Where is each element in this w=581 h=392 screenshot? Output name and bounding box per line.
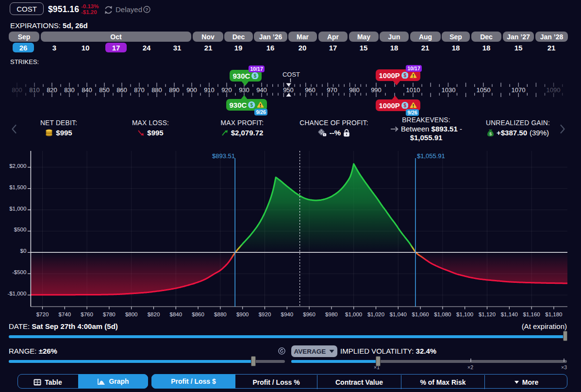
- svg-text:850: 850: [99, 86, 110, 94]
- svg-text:$1,040: $1,040: [390, 311, 407, 317]
- svg-text:$1,060: $1,060: [412, 311, 429, 317]
- svg-text:970: 970: [327, 86, 337, 94]
- svg-text:1070: 1070: [512, 86, 526, 94]
- svg-text:900: 900: [186, 86, 197, 94]
- svg-text:$740: $740: [59, 311, 71, 317]
- svg-text:920: 920: [221, 86, 232, 94]
- svg-text:860: 860: [116, 86, 127, 94]
- svg-text:$1,000: $1,000: [9, 206, 26, 212]
- svg-text:890: 890: [169, 86, 180, 94]
- svg-text:$1,020: $1,020: [367, 311, 384, 317]
- svg-text:$1,080: $1,080: [434, 311, 451, 317]
- svg-text:$500: $500: [14, 227, 27, 232]
- svg-text:$720: $720: [36, 311, 49, 317]
- svg-text:$2,000: $2,000: [9, 163, 26, 169]
- svg-text:800: 800: [12, 86, 22, 94]
- svg-text:980: 980: [349, 86, 360, 94]
- svg-text:$800: $800: [125, 311, 138, 317]
- svg-text:-$500: -$500: [12, 269, 26, 275]
- svg-text:$1,160: $1,160: [523, 311, 540, 317]
- svg-text:COST: COST: [282, 71, 300, 78]
- svg-text:$980: $980: [325, 311, 338, 317]
- svg-text:$: $: [403, 103, 406, 108]
- svg-text:$1,120: $1,120: [479, 311, 496, 317]
- svg-text:$880: $880: [214, 311, 227, 317]
- svg-text:810: 810: [29, 86, 40, 94]
- svg-text:990: 990: [371, 86, 382, 94]
- svg-text:$: $: [403, 73, 406, 78]
- svg-text:$1,055.91: $1,055.91: [417, 152, 445, 160]
- svg-text:$1,100: $1,100: [456, 311, 473, 317]
- svg-text:$1,500: $1,500: [9, 184, 26, 190]
- svg-text:1090: 1090: [547, 86, 561, 94]
- svg-text:$: $: [254, 73, 257, 79]
- svg-text:940: 940: [256, 86, 267, 94]
- svg-text:$960: $960: [303, 311, 315, 317]
- svg-text:960: 960: [305, 86, 315, 94]
- svg-text:930: 930: [239, 86, 249, 94]
- svg-text:$1,140: $1,140: [501, 311, 518, 317]
- svg-text:840: 840: [82, 86, 92, 94]
- svg-text:830: 830: [64, 86, 75, 94]
- svg-text:$1,000: $1,000: [345, 311, 362, 317]
- svg-text:$: $: [489, 131, 492, 136]
- svg-text:880: 880: [151, 86, 162, 94]
- svg-text:950: 950: [283, 86, 294, 94]
- svg-text:$940: $940: [281, 311, 294, 317]
- svg-text:870: 870: [134, 86, 145, 94]
- svg-text:1030: 1030: [442, 86, 456, 94]
- svg-text:$840: $840: [170, 311, 183, 317]
- svg-text:1010: 1010: [406, 86, 420, 94]
- svg-text:1050: 1050: [477, 86, 491, 94]
- svg-text:$820: $820: [148, 311, 160, 317]
- svg-text:$760: $760: [81, 311, 93, 317]
- svg-text:$: $: [250, 102, 253, 108]
- svg-text:$920: $920: [259, 311, 271, 317]
- svg-text:$1,180: $1,180: [545, 311, 562, 317]
- svg-text:-$1,000: -$1,000: [7, 291, 26, 296]
- svg-text:$900: $900: [236, 311, 249, 317]
- svg-text:$780: $780: [103, 311, 116, 317]
- svg-text:$860: $860: [192, 311, 204, 317]
- svg-text:$0: $0: [20, 248, 27, 254]
- svg-text:820: 820: [47, 86, 57, 94]
- svg-text:910: 910: [204, 86, 215, 94]
- svg-text:$893.51: $893.51: [212, 152, 235, 160]
